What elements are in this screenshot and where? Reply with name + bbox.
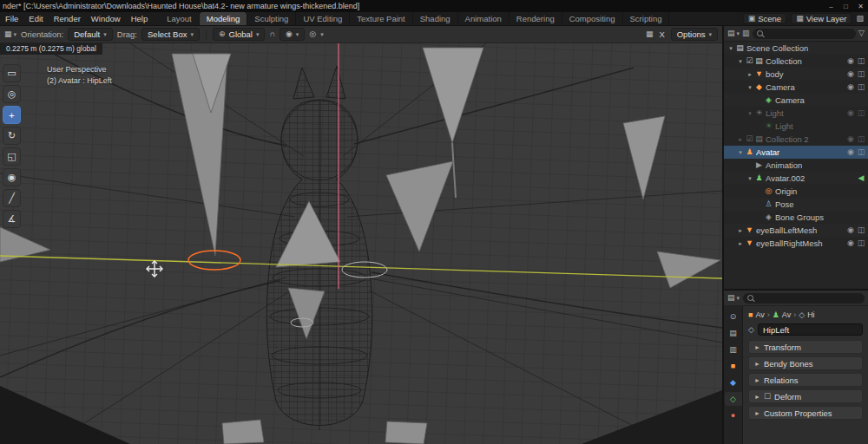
collapse-icon[interactable]: ▾ (736, 149, 745, 156)
section-relations[interactable]: ►Relations (748, 373, 863, 387)
collapse-icon[interactable]: ▾ (727, 45, 735, 52)
measure-tool[interactable]: ∡ (3, 210, 21, 228)
expand-icon[interactable]: ► (754, 344, 760, 350)
camera-icon[interactable]: ◫ (856, 70, 866, 78)
outliner-row-origin[interactable]: ◎Origin (724, 185, 868, 198)
workspace-tab-rendering[interactable]: Rendering (510, 12, 562, 25)
active-tool-button[interactable]: ▦ ▾ (4, 30, 16, 38)
breadcrumb-armature[interactable]: ♟Av (773, 310, 791, 319)
image-icon[interactable]: ▨ (856, 15, 864, 23)
proportional-dropdown-icon[interactable]: ▾ (320, 31, 324, 37)
collapse-icon[interactable]: ▾ (746, 110, 754, 117)
bone-name-field[interactable] (758, 323, 863, 336)
expand-icon[interactable]: ► (754, 410, 760, 416)
snap-toggle-icon[interactable]: ∩ (269, 30, 274, 38)
workspace-tab-layout[interactable]: Layout (160, 12, 200, 25)
eye-icon[interactable]: ◉ (845, 226, 856, 234)
outliner-row-avatar-002[interactable]: ▾♟Avatar.002◀ (724, 172, 868, 185)
annotate-tool[interactable]: ╱ (3, 189, 21, 207)
workspace-tab-shading[interactable]: Shading (413, 12, 458, 25)
workspace-tab-modeling[interactable]: Modeling (200, 12, 248, 25)
outliner-row-camera[interactable]: ◈Camera (724, 94, 868, 107)
workspace-tab-animation[interactable]: Animation (458, 12, 510, 25)
minimize-button[interactable]: – (824, 3, 838, 10)
camera-icon[interactable]: ◫ (856, 135, 866, 143)
section-bendy-bones[interactable]: ►Bendy Bones (748, 356, 863, 370)
data-properties-tab[interactable]: ◇ (725, 392, 742, 406)
viewport-canvas[interactable] (0, 43, 722, 444)
eye-icon[interactable]: ◉ (845, 83, 856, 91)
modifier-properties-tab[interactable]: ◆ (725, 375, 742, 389)
camera-icon[interactable]: ◫ (856, 109, 866, 117)
expand-icon[interactable]: ▸ (736, 136, 745, 143)
workspace-tab-scripting[interactable]: Scripting (623, 12, 670, 25)
transform-orientation-dropdown[interactable]: ⊕ Global ▾ (213, 28, 266, 41)
outliner-row-animation[interactable]: ▶Animation (724, 159, 868, 172)
expand-icon[interactable]: ► (754, 394, 760, 400)
outliner-row-eyeballleftmesh[interactable]: ▸▼eyeBallLeftMesh◉◫ (724, 224, 868, 237)
display-mode-icon[interactable]: ▥ (742, 29, 750, 37)
menu-render[interactable]: Render (49, 12, 86, 25)
options-dropdown[interactable]: Options ▾ (671, 28, 718, 41)
close-button[interactable]: ✕ (853, 3, 868, 10)
physics-properties-tab[interactable]: ● (725, 408, 742, 422)
outliner-row-avatar[interactable]: ▾♟Avatar◉◫ (724, 146, 868, 159)
filter-icon[interactable]: ▽ (858, 29, 865, 37)
maximize-button[interactable]: □ (838, 3, 853, 10)
outliner-row-pose[interactable]: ♙Pose (724, 198, 868, 211)
viewport-3d[interactable]: 0.2275 m (0.2275 m) global User Perspect… (0, 43, 722, 444)
eye-icon[interactable]: ◉ (845, 135, 856, 143)
eye-icon[interactable]: ◉ (845, 57, 856, 65)
outliner-row-scene-collection[interactable]: ▾▤Scene Collection (724, 42, 868, 55)
outliner-row-light[interactable]: ▾☀Light◉◫ (724, 107, 868, 120)
expand-icon[interactable]: ▸ (746, 71, 754, 78)
outliner-row-camera[interactable]: ▾◆Camera◉◫ (724, 81, 868, 94)
collapse-icon[interactable]: ▾ (736, 58, 745, 65)
properties-search-input[interactable] (743, 293, 865, 304)
eye-icon[interactable]: ◉ (845, 239, 856, 247)
render-properties-tab[interactable]: ▤ (725, 326, 742, 340)
transform-tool[interactable]: ◉ (3, 168, 21, 186)
orientation-dropdown[interactable]: Default ▾ (68, 28, 113, 41)
scene-selector[interactable]: ▣ Scene (743, 13, 786, 24)
breadcrumb-object[interactable]: ■Av (748, 310, 765, 319)
outliner-editor-type-button[interactable]: ▤ ▾ (727, 29, 740, 37)
camera-icon[interactable]: ◫ (856, 239, 866, 247)
collapse-icon[interactable]: ▾ (746, 175, 754, 182)
view-layer-selector[interactable]: ▦ View Layer (791, 13, 852, 24)
expand-icon[interactable]: ▸ (736, 227, 745, 234)
section-custom-properties[interactable]: ►Custom Properties (748, 406, 863, 420)
outliner-row-light[interactable]: ☀Light (724, 120, 868, 133)
section-deform[interactable]: ►☐Deform (748, 389, 863, 403)
eye-icon[interactable]: ◉ (845, 70, 856, 78)
section-transform[interactable]: ►Transform (748, 340, 863, 354)
collapse-icon[interactable]: ▾ (746, 84, 754, 91)
outliner-row-collection-2[interactable]: ▸☑▤Collection 2◉◫ (724, 133, 868, 146)
proportional-editing-icon[interactable]: ◎ (309, 30, 316, 38)
outliner-row-bone-groups[interactable]: ◈Bone Groups (724, 211, 868, 224)
camera-icon[interactable]: ◫ (856, 83, 866, 91)
gizmo-toggle-icon[interactable]: ▦ (646, 30, 654, 38)
select-box-tool[interactable]: ▭ (3, 64, 21, 82)
menu-edit[interactable]: Edit (23, 12, 48, 25)
outliner-row-body[interactable]: ▸▼body◉◫ (724, 68, 868, 81)
menu-help[interactable]: Help (126, 12, 154, 25)
outliner-row-collection[interactable]: ▾☑▤Collection◉◫ (724, 55, 868, 68)
tag-green-icon[interactable]: ◀ (856, 174, 866, 182)
snap-dropdown[interactable]: ◉ ▾ (279, 28, 305, 41)
workspace-tab-texture-paint[interactable]: Texture Paint (350, 12, 412, 25)
camera-icon[interactable]: ◫ (856, 226, 866, 234)
cursor-tool[interactable]: ◎ (3, 85, 21, 103)
tool-properties-tab[interactable]: ⊙ (725, 310, 742, 323)
menu-file[interactable]: File (0, 12, 23, 25)
outliner-search-input[interactable] (753, 29, 857, 39)
rotate-tool[interactable]: ↻ (3, 127, 21, 145)
expand-icon[interactable]: ► (754, 377, 760, 383)
scale-tool[interactable]: ◱ (3, 147, 21, 166)
outliner-row-eyeballrightmesh[interactable]: ▸▼eyeBallRightMesh◉◫ (724, 237, 868, 250)
object-properties-tab[interactable]: ■ (725, 359, 742, 373)
drag-dropdown[interactable]: Select Box ▾ (141, 28, 200, 41)
workspace-tab-sculpting[interactable]: Sculpting (247, 12, 296, 25)
move-tool[interactable]: + (3, 106, 21, 124)
camera-icon[interactable]: ◫ (856, 148, 866, 156)
